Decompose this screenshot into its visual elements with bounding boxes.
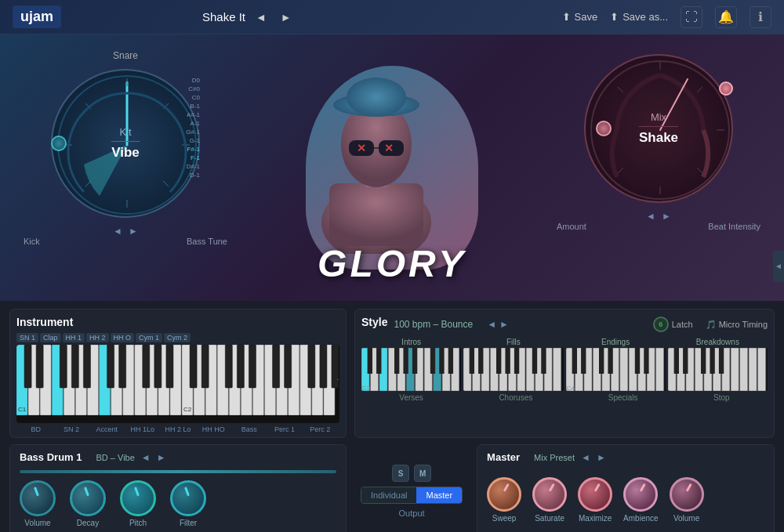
svg-rect-62 <box>107 345 114 388</box>
mix-next-button[interactable]: ► <box>662 211 671 222</box>
info-button[interactable]: ℹ <box>750 6 771 28</box>
maximize-label: Maximize <box>579 514 612 523</box>
style-piano-block-2[interactable] <box>463 348 563 391</box>
bpm-label: 100 bpm – Bounce <box>394 319 473 330</box>
saturate-knob[interactable] <box>532 477 567 512</box>
svg-line-4 <box>163 181 169 186</box>
master-next-button[interactable]: ► <box>597 452 606 463</box>
volume-label: Volume <box>24 519 50 527</box>
bass-preset: BD – Vibe <box>96 453 134 462</box>
svg-rect-69 <box>225 345 232 388</box>
svg-rect-73 <box>285 345 292 388</box>
svg-rect-117 <box>514 348 519 374</box>
svg-text:C4: C4 <box>566 385 575 391</box>
sweep-knob-group: Sweep <box>487 477 521 523</box>
svg-rect-98 <box>439 348 444 374</box>
latch-button[interactable]: 6 Latch <box>653 317 693 332</box>
master-volume-knob[interactable] <box>670 477 704 512</box>
style-label-intros: Intros <box>361 338 461 346</box>
preset-name: Shake It <box>202 10 245 24</box>
style-prev-button[interactable]: ◄ <box>487 319 496 330</box>
style-piano-block-3[interactable]: C4 <box>566 348 666 391</box>
drum-label-cym1: Cym 1 <box>136 333 162 342</box>
header-center: Shake It ◄ ► <box>202 9 296 25</box>
pitch-knob[interactable] <box>120 480 156 516</box>
volume-knob[interactable] <box>20 480 56 516</box>
instrument-piano[interactable]: C1 C2 … <box>16 345 339 423</box>
kit-prev-button[interactable]: ◄ <box>113 226 122 237</box>
maximize-knob[interactable] <box>578 477 612 512</box>
style-label-endings: Endings <box>566 338 666 346</box>
svg-rect-94 <box>394 348 399 374</box>
svg-rect-131 <box>655 348 663 391</box>
svg-rect-115 <box>496 348 501 374</box>
style-piano-blocks[interactable]: C3 <box>361 348 768 391</box>
svg-rect-57 <box>24 345 31 388</box>
sidebar-toggle-arrow[interactable]: ◄ <box>773 251 784 282</box>
expand-button[interactable]: ⛶ <box>681 6 702 28</box>
left-knob-container[interactable]: Kit Vibe D0 C#0 C0 B-1 A#-1 A-1 G#-1 G-1… <box>47 65 204 222</box>
sweep-knob[interactable] <box>487 477 521 512</box>
svg-line-25 <box>697 168 702 173</box>
s-button[interactable]: S <box>392 465 409 482</box>
svg-text:C1: C1 <box>18 406 27 413</box>
svg-rect-149 <box>749 348 757 391</box>
svg-line-23 <box>697 87 702 92</box>
svg-rect-155 <box>719 348 724 374</box>
hero-figure: ✕ ✕ <box>306 66 478 270</box>
center-hero: ✕ ✕ GLORY <box>251 34 533 301</box>
bass-prev-button[interactable]: ◄ <box>141 452 151 463</box>
style-piano-block-1[interactable]: C3 <box>361 348 461 391</box>
master-prev-button[interactable]: ◄ <box>581 452 590 463</box>
svg-text:C3: C3 <box>361 385 371 391</box>
micro-timing-icon: 🎵 <box>706 320 717 330</box>
master-volume-label: Volume <box>673 514 699 523</box>
style-piano-block-4[interactable] <box>668 348 768 391</box>
main-area: Snare <box>0 34 784 301</box>
bottom-labels: Kick Bass Tune <box>16 237 235 246</box>
filter-knob[interactable] <box>170 480 206 516</box>
svg-text:…: … <box>336 373 339 382</box>
kit-next-button[interactable]: ► <box>129 226 138 237</box>
decay-knob[interactable] <box>70 480 106 516</box>
svg-rect-71 <box>249 345 256 388</box>
right-bottom-labels: Amount Beat Intensity <box>549 222 768 231</box>
master-volume-knob-group: Volume <box>670 477 704 523</box>
micro-timing-button[interactable]: 🎵 Micro Timing <box>706 320 768 330</box>
preset-next-button[interactable]: ► <box>277 9 296 25</box>
svg-rect-64 <box>143 345 150 388</box>
beat-intensity-knob[interactable] <box>719 81 733 96</box>
decay-label: Decay <box>77 519 99 527</box>
output-section: S M Individual Master Output <box>354 458 469 524</box>
bass-knobs-row: Volume Decay Pitch Filter <box>20 476 336 531</box>
style-label-fills: Fills <box>463 338 563 346</box>
svg-rect-133 <box>581 348 586 374</box>
style-section: Style 100 bpm – Bounce ◄ ► 6 Latch 🎵 Mic… <box>354 309 775 438</box>
drum-label-hho: HH O <box>111 333 135 342</box>
right-knob-container[interactable]: Mix Shake <box>580 50 737 207</box>
style-next-button[interactable]: ► <box>499 319 509 330</box>
svg-rect-118 <box>532 348 537 374</box>
svg-rect-68 <box>201 345 209 388</box>
preset-prev-button[interactable]: ◄ <box>252 9 270 25</box>
master-section: Master Mix Preset ◄ ► Sweep Saturate Max… <box>477 444 775 532</box>
pitch-knob-group: Pitch <box>120 480 156 527</box>
svg-rect-61 <box>83 345 90 388</box>
drum-label-sn1: SN 1 <box>16 333 38 342</box>
left-panel: Snare <box>0 34 251 301</box>
save-as-button[interactable]: ⬆ Save as... <box>610 11 668 23</box>
svg-rect-127 <box>619 348 627 391</box>
m-button[interactable]: M <box>414 465 431 482</box>
svg-rect-132 <box>572 348 576 374</box>
ambience-knob[interactable] <box>623 477 658 512</box>
master-button[interactable]: Master <box>416 487 462 503</box>
save-button[interactable]: ⬆ Save <box>562 11 598 23</box>
dlabel-hh1lo: HH 1Lo <box>125 425 160 433</box>
mix-prev-button[interactable]: ◄ <box>646 211 655 222</box>
notification-button[interactable]: 🔔 <box>715 6 737 28</box>
bass-master-row: Bass Drum 1 BD – Vibe ◄ ► Volume Decay P… <box>9 444 775 532</box>
amount-knob[interactable] <box>596 121 612 136</box>
bass-next-button[interactable]: ► <box>157 452 166 463</box>
kick-knob[interactable] <box>51 136 67 151</box>
individual-button[interactable]: Individual <box>361 487 416 503</box>
